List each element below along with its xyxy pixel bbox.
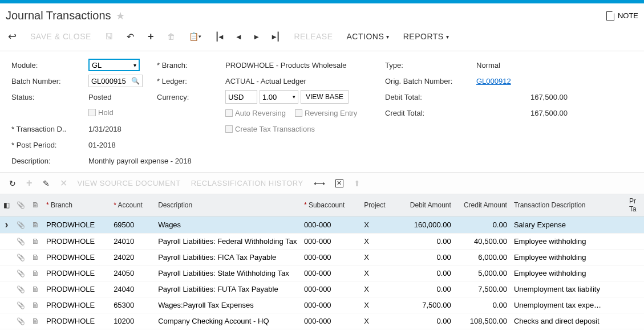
cell-subaccount[interactable]: 000-000 bbox=[301, 265, 361, 281]
cell-subaccount[interactable]: 000-000 bbox=[301, 281, 361, 297]
reclassification-history-button[interactable]: RECLASSIFICATION HISTORY bbox=[191, 179, 303, 187]
document-icon[interactable] bbox=[32, 285, 39, 293]
attachment-icon[interactable] bbox=[17, 253, 25, 262]
cell-transaction-description[interactable]: Employee withholding bbox=[511, 265, 626, 281]
cell-description[interactable]: Payroll Liabilities: State Withholding T… bbox=[155, 265, 301, 281]
module-select[interactable]: GL▾ bbox=[88, 59, 140, 71]
cell-description[interactable]: Wages:Payroll Tax Expenses bbox=[155, 297, 301, 313]
col-project-task[interactable]: PrTa bbox=[626, 194, 644, 216]
orig-batch-link[interactable]: GL000912 bbox=[476, 77, 511, 85]
view-base-button[interactable]: VIEW BASE bbox=[301, 90, 349, 104]
cell-credit[interactable]: 7,500.00 bbox=[455, 281, 511, 297]
actions-dropdown[interactable]: ACTIONS bbox=[347, 32, 390, 41]
cell-branch[interactable]: PRODWHOLE bbox=[43, 313, 110, 329]
cell-transaction-description[interactable]: Unemployment tax expe… bbox=[511, 297, 626, 313]
cell-credit[interactable]: 5,000.00 bbox=[455, 265, 511, 281]
entries-grid[interactable]: ◧ Branch Account Description Subaccount … bbox=[0, 194, 644, 329]
cell-debit[interactable]: 160,000.00 bbox=[400, 216, 455, 233]
clipboard-dropdown-icon[interactable]: 📋▾ bbox=[189, 32, 201, 41]
notes-label[interactable]: NOTE bbox=[618, 11, 638, 20]
favorite-star-icon[interactable]: ★ bbox=[116, 10, 125, 22]
release-button[interactable]: RELEASE bbox=[294, 32, 333, 41]
currency-rate-select[interactable]: 1.00▾ bbox=[260, 90, 298, 104]
cell-debit[interactable]: 0.00 bbox=[400, 265, 455, 281]
cell-branch[interactable]: PRODWHOLE bbox=[43, 249, 110, 265]
last-record-icon[interactable]: ▸⎮ bbox=[272, 32, 280, 41]
cell-transaction-description[interactable]: Employee withholding bbox=[511, 233, 626, 249]
document-icon[interactable] bbox=[32, 220, 39, 229]
cell-credit[interactable]: 6,000.00 bbox=[455, 249, 511, 265]
col-project[interactable]: Project bbox=[361, 194, 399, 216]
cell-account[interactable]: 24010 bbox=[110, 233, 155, 249]
document-icon[interactable] bbox=[32, 301, 39, 309]
col-attachment[interactable] bbox=[13, 194, 29, 216]
col-debit[interactable]: Debit Amount bbox=[400, 194, 455, 216]
cell-credit[interactable]: 40,500.00 bbox=[455, 233, 511, 249]
batch-lookup[interactable]: GL000915🔍 bbox=[88, 75, 143, 87]
grid-upload-icon[interactable]: ⬆ bbox=[354, 179, 361, 188]
cell-project[interactable]: X bbox=[361, 281, 399, 297]
table-row[interactable]: PRODWHOLE69500Wages000-000X160,000.000.0… bbox=[0, 216, 644, 233]
grid-edit-icon[interactable]: ✎ bbox=[43, 179, 50, 188]
next-record-icon[interactable]: ▸ bbox=[254, 32, 258, 41]
cell-branch[interactable]: PRODWHOLE bbox=[43, 216, 110, 233]
cell-project[interactable]: X bbox=[361, 216, 399, 233]
col-account[interactable]: Account bbox=[110, 194, 155, 216]
grid-delete-icon[interactable]: ✕ bbox=[60, 178, 67, 189]
cell-credit[interactable]: 0.00 bbox=[455, 297, 511, 313]
cell-subaccount[interactable]: 000-000 bbox=[301, 313, 361, 329]
cell-description[interactable]: Payroll Liabilities: Federal Withholding… bbox=[155, 233, 301, 249]
cell-branch[interactable]: PRODWHOLE bbox=[43, 281, 110, 297]
cell-branch[interactable]: PRODWHOLE bbox=[43, 265, 110, 281]
cell-account[interactable]: 65300 bbox=[110, 297, 155, 313]
save-icon[interactable]: 🖫 bbox=[105, 32, 113, 41]
cell-branch[interactable]: PRODWHOLE bbox=[43, 297, 110, 313]
cell-transaction-description[interactable]: Checks and direct deposit bbox=[511, 313, 626, 329]
currency-code-select[interactable]: USD bbox=[225, 90, 257, 104]
attachment-icon[interactable] bbox=[17, 285, 25, 293]
cell-description[interactable]: Payroll Liabilities: FICA Tax Payable bbox=[155, 249, 301, 265]
view-source-document-button[interactable]: VIEW SOURCE DOCUMENT bbox=[78, 179, 181, 187]
cell-branch[interactable]: PRODWHOLE bbox=[43, 233, 110, 249]
document-icon[interactable] bbox=[32, 237, 39, 246]
col-selector[interactable]: ◧ bbox=[0, 194, 13, 216]
attachment-icon[interactable] bbox=[17, 301, 25, 309]
cell-account[interactable]: 69500 bbox=[110, 216, 155, 233]
table-row[interactable]: PRODWHOLE10200Company Checking Account -… bbox=[0, 313, 644, 329]
cell-transaction-description[interactable]: Salary Expense bbox=[511, 216, 626, 233]
back-arrow-icon[interactable]: ↩ bbox=[8, 30, 17, 43]
col-credit[interactable]: Credit Amount bbox=[455, 194, 511, 216]
cell-account[interactable]: 24050 bbox=[110, 265, 155, 281]
cell-description[interactable]: Company Checking Account - HQ bbox=[155, 313, 301, 329]
notes-icon[interactable] bbox=[606, 11, 614, 21]
cell-project[interactable]: X bbox=[361, 297, 399, 313]
grid-add-icon[interactable]: + bbox=[26, 177, 33, 189]
cell-subaccount[interactable]: 000-000 bbox=[301, 249, 361, 265]
col-branch[interactable]: Branch bbox=[43, 194, 110, 216]
cell-project[interactable]: X bbox=[361, 313, 399, 329]
cell-transaction-description[interactable]: Employee withholding bbox=[511, 249, 626, 265]
col-description[interactable]: Description bbox=[155, 194, 301, 216]
grid-export-icon[interactable]: ✕ bbox=[335, 179, 343, 187]
table-row[interactable]: PRODWHOLE24050Payroll Liabilities: State… bbox=[0, 265, 644, 281]
table-row[interactable]: PRODWHOLE24040Payroll Liabilities: FUTA … bbox=[0, 281, 644, 297]
cell-debit[interactable]: 7,500.00 bbox=[400, 297, 455, 313]
cell-transaction-description[interactable]: Unemployment tax liability bbox=[511, 281, 626, 297]
cell-description[interactable]: Payroll Liabilities: FUTA Tax Payable bbox=[155, 281, 301, 297]
first-record-icon[interactable]: ⎮◂ bbox=[215, 32, 223, 41]
attachment-icon[interactable] bbox=[17, 237, 25, 246]
cell-debit[interactable]: 0.00 bbox=[400, 249, 455, 265]
grid-fit-icon[interactable]: ⟷ bbox=[314, 179, 325, 188]
grid-refresh-icon[interactable]: ↻ bbox=[9, 179, 16, 188]
col-subaccount[interactable]: Subaccount bbox=[301, 194, 361, 216]
create-tax-checkbox[interactable]: Create Tax Transactions bbox=[225, 125, 315, 133]
cell-account[interactable]: 10200 bbox=[110, 313, 155, 329]
cell-account[interactable]: 24020 bbox=[110, 249, 155, 265]
cell-debit[interactable]: 0.00 bbox=[400, 233, 455, 249]
delete-icon[interactable]: 🗑 bbox=[167, 32, 175, 41]
cell-debit[interactable]: 0.00 bbox=[400, 313, 455, 329]
cell-subaccount[interactable]: 000-000 bbox=[301, 216, 361, 233]
undo-icon[interactable]: ↶ bbox=[127, 31, 134, 42]
col-transaction-description[interactable]: Transaction Description bbox=[511, 194, 626, 216]
cell-project[interactable]: X bbox=[361, 233, 399, 249]
